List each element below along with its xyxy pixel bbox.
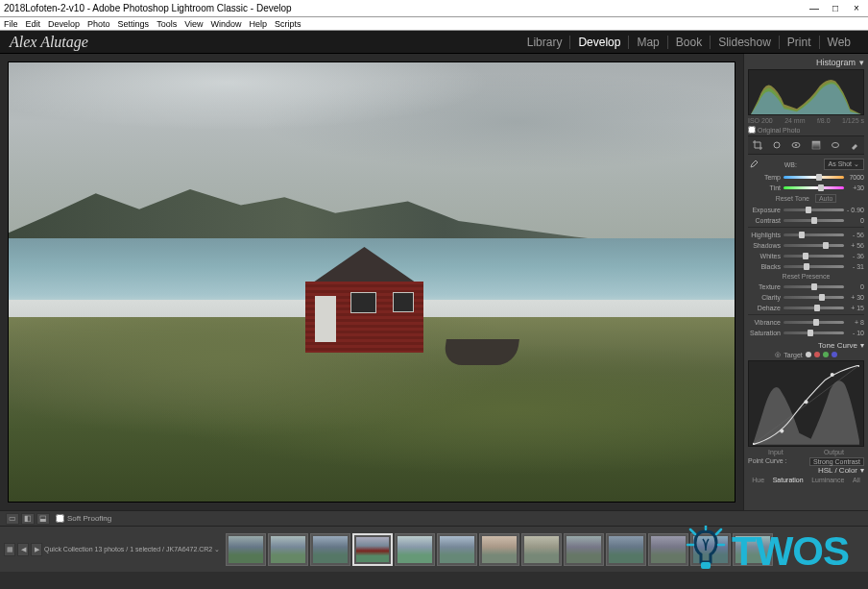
- auto-button[interactable]: Auto: [815, 194, 836, 203]
- tonecurve-preset-row: Point Curve : Strong Contrast: [748, 457, 864, 466]
- menu-view[interactable]: View: [184, 19, 203, 29]
- identity-bar: Alex Alutage Library Develop Map Book Sl…: [0, 31, 868, 54]
- before-after-tb-icon[interactable]: ⬓: [36, 513, 50, 525]
- wb-dropdown[interactable]: As Shot ⌄: [824, 159, 864, 170]
- histogram-panel-header[interactable]: Histogram ▾: [748, 56, 864, 69]
- svg-point-10: [857, 365, 859, 367]
- module-picker: Library Develop Map Book Slideshow Print…: [519, 36, 858, 49]
- texture-slider[interactable]: Texture 0: [748, 282, 864, 291]
- module-map[interactable]: Map: [628, 36, 666, 49]
- histogram-focal: 24 mm: [784, 117, 805, 124]
- photo-boat: [443, 339, 518, 365]
- minimize-button[interactable]: —: [807, 0, 822, 17]
- menu-window[interactable]: Window: [211, 19, 242, 29]
- temp-slider[interactable]: Temp 7000: [748, 172, 864, 182]
- menu-file[interactable]: File: [4, 19, 18, 29]
- vibrance-slider[interactable]: Vibrance + 8: [748, 317, 864, 327]
- exposure-slider[interactable]: Exposure - 0.90: [748, 205, 864, 214]
- clarity-slider[interactable]: Clarity + 30: [748, 292, 864, 302]
- module-develop[interactable]: Develop: [569, 36, 628, 49]
- tint-value[interactable]: +30: [847, 184, 864, 191]
- redeye-icon[interactable]: [790, 139, 802, 151]
- svg-point-6: [753, 443, 755, 445]
- tc-red-dot[interactable]: [814, 352, 820, 357]
- before-after-lr-icon[interactable]: ◧: [21, 513, 35, 525]
- crop-tool-icon[interactable]: [752, 139, 763, 151]
- dehaze-slider[interactable]: Dehaze + 15: [748, 303, 864, 312]
- filmstrip-thumb[interactable]: [268, 533, 308, 566]
- module-library[interactable]: Library: [519, 36, 570, 49]
- filmstrip-thumb[interactable]: [437, 533, 477, 566]
- tc-blue-dot[interactable]: [832, 352, 837, 357]
- menu-settings[interactable]: Settings: [118, 19, 150, 29]
- window-title: 2018Lofoten-2-v10 - Adobe Photoshop Ligh…: [4, 0, 292, 17]
- temp-knob[interactable]: [816, 174, 822, 181]
- tonecurve-panel-header[interactable]: Tone Curve ▾: [748, 340, 864, 351]
- target-adjust-icon[interactable]: ◎: [775, 351, 781, 358]
- module-web[interactable]: Web: [819, 36, 858, 49]
- adjustment-brush-icon[interactable]: [849, 139, 860, 151]
- hsl-tab-saturation[interactable]: Saturation: [773, 477, 804, 483]
- radial-filter-icon[interactable]: [830, 139, 841, 151]
- filmstrip-thumb[interactable]: [606, 533, 646, 566]
- menu-scripts[interactable]: Scripts: [275, 19, 301, 29]
- photo-count-label: 13 photos / 1 selected /: [95, 546, 164, 552]
- whites-slider[interactable]: Whites - 36: [748, 251, 864, 260]
- tint-knob[interactable]: [818, 184, 824, 191]
- saturation-slider[interactable]: Saturation - 10: [748, 328, 864, 337]
- maximize-button[interactable]: □: [828, 0, 843, 17]
- menu-help[interactable]: Help: [250, 19, 268, 29]
- tc-output-label: Output: [824, 449, 844, 455]
- hsl-tab-hue[interactable]: Hue: [752, 477, 764, 483]
- filmstrip-thumb[interactable]: [395, 533, 435, 566]
- menu-photo[interactable]: Photo: [87, 19, 110, 29]
- svg-point-8: [804, 400, 808, 404]
- filmstrip-thumb[interactable]: [310, 533, 350, 566]
- filmstrip-thumb[interactable]: [564, 533, 604, 566]
- second-window-icon[interactable]: ▦: [4, 543, 15, 556]
- spot-removal-icon[interactable]: [771, 139, 783, 151]
- gradient-filter-icon[interactable]: [810, 139, 822, 151]
- shadows-slider[interactable]: Shadows + 56: [748, 240, 864, 250]
- tc-preset-label: Point Curve :: [748, 457, 786, 466]
- temp-label: Temp: [748, 174, 781, 181]
- preview-area[interactable]: [0, 54, 743, 510]
- filmstrip-thumb[interactable]: [352, 533, 393, 566]
- tint-label: Tint: [748, 184, 781, 191]
- filmstrip-thumb[interactable]: [521, 533, 562, 566]
- eyedropper-icon[interactable]: [748, 159, 758, 170]
- tint-slider[interactable]: Tint +30: [748, 183, 864, 192]
- contrast-slider[interactable]: Contrast 0: [748, 215, 864, 225]
- tc-rgb-dot[interactable]: [806, 352, 811, 357]
- soft-proofing-checkbox[interactable]: [56, 514, 64, 523]
- close-button[interactable]: ×: [849, 0, 864, 17]
- module-print[interactable]: Print: [779, 36, 819, 49]
- tonecurve-display[interactable]: [748, 360, 864, 447]
- highlights-slider[interactable]: Highlights - 56: [748, 230, 864, 239]
- menu-tools[interactable]: Tools: [157, 19, 177, 29]
- tc-green-dot[interactable]: [823, 352, 829, 357]
- blacks-slider[interactable]: Blacks - 31: [748, 261, 864, 271]
- hsl-tab-all[interactable]: All: [853, 477, 860, 483]
- svg-rect-11: [701, 562, 711, 569]
- histogram-display[interactable]: [748, 69, 864, 115]
- collection-label[interactable]: Quick Collection: [44, 546, 93, 552]
- hsl-tab-luminance[interactable]: Luminance: [811, 477, 844, 483]
- filmstrip-thumb[interactable]: [226, 533, 266, 566]
- tonecurve-axis-labels: Input Output: [748, 449, 864, 455]
- menu-develop[interactable]: Develop: [48, 19, 80, 29]
- filmstrip-thumb[interactable]: [479, 533, 519, 566]
- temp-value[interactable]: 7000: [847, 174, 864, 181]
- hsl-panel-header[interactable]: HSL / Color ▾: [748, 466, 864, 475]
- nav-forward-icon[interactable]: ▶: [31, 543, 42, 556]
- loupe-view-icon[interactable]: ▭: [6, 513, 19, 525]
- original-photo-checkbox[interactable]: [748, 126, 756, 134]
- chevron-down-icon[interactable]: ⌄: [214, 546, 220, 553]
- module-book[interactable]: Book: [667, 36, 710, 49]
- tc-preset-dropdown[interactable]: Strong Contrast: [809, 457, 864, 466]
- menu-edit[interactable]: Edit: [26, 19, 41, 29]
- module-slideshow[interactable]: Slideshow: [710, 36, 779, 49]
- filmstrip-nav: ▦ ◀ ▶ Quick Collection 13 photos / 1 sel…: [4, 543, 220, 556]
- svg-point-2: [795, 144, 797, 146]
- nav-back-icon[interactable]: ◀: [17, 543, 29, 556]
